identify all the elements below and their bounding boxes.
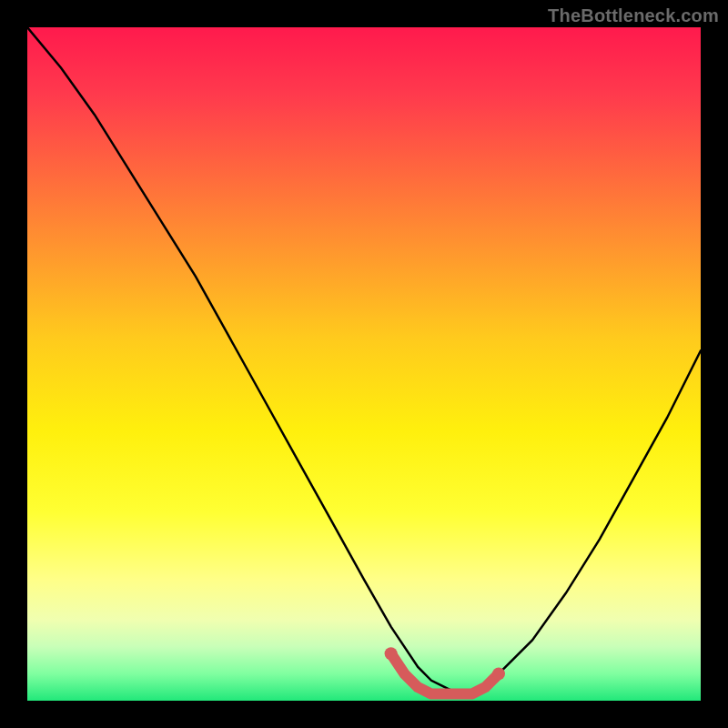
bottleneck-curve — [27, 27, 701, 694]
chart-container: TheBottleneck.com — [0, 0, 728, 728]
watermark-text: TheBottleneck.com — [548, 5, 719, 26]
chart-svg — [27, 27, 701, 701]
plot-area — [27, 27, 701, 701]
optimal-range-end-dot — [492, 667, 505, 680]
optimal-range-start-dot — [385, 647, 398, 660]
